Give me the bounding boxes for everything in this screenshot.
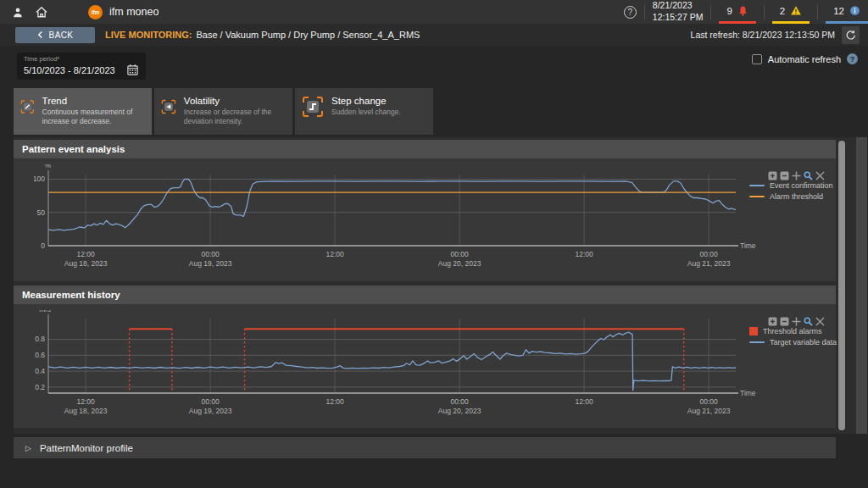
legend-swatch (749, 341, 765, 343)
tab-step-change-label: Step change (331, 96, 401, 106)
bell-icon (737, 5, 748, 17)
chart-toolbar (768, 317, 825, 326)
x-tick-label: 12:00 (575, 397, 593, 406)
expand-icon: ▷ (25, 444, 31, 452)
measurement-history-panel: Measurement history 0.20.40.60.8m/s12:00… (14, 286, 836, 428)
pattern-tabs: Trend Continuous measurement of increase… (14, 88, 433, 135)
zoom-out-icon[interactable] (780, 171, 789, 180)
help-icon[interactable]: ? (624, 6, 637, 19)
tab-step-change[interactable]: Step change Sudden level change. (295, 88, 433, 135)
x-tick-label: 00:00 (450, 397, 469, 406)
charts-container: Pattern event analysis 050100%12:00Aug 1… (14, 137, 867, 434)
live-monitoring-label: LIVE MONITORING: (105, 30, 192, 40)
legend-item[interactable]: Target variable data (749, 338, 837, 347)
breadcrumb: Base / Vakuum Pump / Dry Pump / Sensor_4… (196, 30, 420, 40)
legend-item[interactable]: Event confirmation (749, 181, 833, 190)
last-refresh-text: Last refresh: 8/21/2023 12:13:50 PM (691, 30, 835, 40)
autoscale-icon[interactable] (815, 317, 825, 326)
x-axis-label: Time (740, 389, 756, 397)
info-icon (849, 5, 860, 16)
x-tick-label: 12:00 (76, 397, 95, 406)
refresh-icon (845, 30, 856, 41)
autoscale-icon[interactable] (815, 171, 825, 180)
question-help-icon[interactable]: ? (847, 53, 858, 64)
x-tick-sublabel: Aug 18, 2023 (64, 259, 108, 268)
measurement-history-chart[interactable]: 0.20.40.60.8m/s12:00Aug 18, 202300:00Aug… (34, 310, 835, 422)
trend-icon (20, 96, 35, 118)
tab-step-change-description: Sudden level change. (331, 108, 401, 117)
home-icon[interactable] (32, 6, 51, 19)
automatic-refresh-checkbox[interactable] (752, 54, 762, 64)
auto-refresh-control: Automatic refresh ? (752, 53, 858, 64)
x-tick-sublabel: Aug 20, 2023 (438, 259, 481, 268)
alarm-counter[interactable]: 9 (719, 0, 755, 24)
legend-swatch (749, 196, 765, 197)
info-counter[interactable]: 12 (826, 0, 868, 24)
time-period-value: 5/10/2023 - 8/21/2023 (24, 65, 115, 75)
legend-label: Alarm threshold (770, 192, 823, 201)
user-icon[interactable] (8, 6, 27, 19)
date-text: 8/21/2023 (653, 0, 704, 12)
zoom-select-icon[interactable] (804, 171, 813, 180)
chevron-left-icon (37, 30, 43, 39)
tab-trend-description: Continuous measurement of increase or de… (42, 108, 145, 126)
step-change-icon (302, 96, 324, 118)
tab-trend[interactable]: Trend Continuous measurement of increase… (14, 88, 152, 135)
x-tick-sublabel: Aug 18, 2023 (64, 407, 108, 415)
time-text: 12:15:27 PM (653, 12, 704, 24)
datetime: 8/21/2023 12:15:27 PM (653, 0, 704, 23)
outer-scrollbar-track[interactable] (856, 137, 867, 434)
y-tick-label: 0.8 (35, 335, 45, 343)
refresh-button[interactable] (842, 26, 860, 44)
x-tick-label: 00:00 (201, 397, 220, 406)
warning-counter[interactable]: 2 (772, 0, 810, 24)
chart-legend: Threshold alarmsTarget variable data (749, 327, 837, 349)
automatic-refresh-label: Automatic refresh (768, 54, 841, 64)
legend-item[interactable]: Alarm threshold (749, 192, 833, 201)
x-tick-label: 12:00 (76, 250, 95, 258)
ifm-logo-icon[interactable]: ifm (88, 5, 103, 19)
y-tick-label: 0 (41, 241, 45, 250)
x-tick-sublabel: Aug 20, 2023 (438, 407, 481, 415)
zoom-in-icon[interactable] (768, 317, 777, 326)
info-count: 12 (833, 6, 844, 16)
x-tick-label: 12:00 (575, 250, 593, 258)
zoom-out-icon[interactable] (780, 317, 789, 326)
topbar: ifm ifm moneo ? 8/21/2023 12:15:27 PM 9 … (0, 0, 868, 24)
tab-volatility[interactable]: Volatility Increase or decrease of the d… (154, 88, 292, 135)
warning-count: 2 (780, 6, 785, 16)
x-tick-label: 12:00 (326, 397, 344, 406)
legend-label: Event confirmation (770, 181, 833, 190)
pan-icon[interactable] (792, 171, 801, 180)
pattern-monitor-profile-expander[interactable]: ▷ PatternMonitor profile (14, 437, 836, 458)
time-period-field[interactable]: Time period* 5/10/2023 - 8/21/2023 (17, 53, 146, 80)
y-tick-label: 50 (37, 208, 46, 217)
series-target-variable-data (48, 332, 736, 391)
panel-header: Measurement history (14, 286, 836, 304)
panel-title: Measurement history (22, 290, 120, 300)
x-tick-label: 00:00 (699, 397, 718, 406)
subbar: BACK LIVE MONITORING: Base / Vakuum Pump… (0, 24, 868, 46)
x-tick-label: 00:00 (699, 250, 718, 258)
y-axis-label: m/s (39, 310, 51, 313)
brand-title: ifm moneo (109, 6, 159, 18)
pattern-event-analysis-chart[interactable]: 050100%12:00Aug 18, 202300:00Aug 19, 202… (34, 164, 835, 273)
tab-volatility-label: Volatility (184, 96, 286, 106)
x-tick-sublabel: Aug 21, 2023 (687, 407, 731, 415)
pattern-event-analysis-panel: Pattern event analysis 050100%12:00Aug 1… (14, 140, 836, 281)
pan-icon[interactable] (792, 317, 801, 326)
time-period-label: Time period* (24, 55, 139, 63)
inner-scrollbar-thumb[interactable] (838, 141, 845, 430)
x-tick-sublabel: Aug 21, 2023 (687, 259, 731, 268)
divider (710, 5, 711, 19)
series-event-confirmation (48, 180, 736, 230)
legend-swatch (749, 185, 765, 186)
legend-item[interactable]: Threshold alarms (749, 327, 837, 336)
x-axis-label: Time (740, 241, 756, 250)
zoom-in-icon[interactable] (768, 171, 777, 180)
calendar-icon[interactable] (126, 64, 139, 76)
y-tick-label: 100 (34, 175, 45, 183)
zoom-select-icon[interactable] (804, 317, 813, 326)
panel-header: Pattern event analysis (14, 140, 836, 158)
back-button[interactable]: BACK (15, 27, 95, 43)
